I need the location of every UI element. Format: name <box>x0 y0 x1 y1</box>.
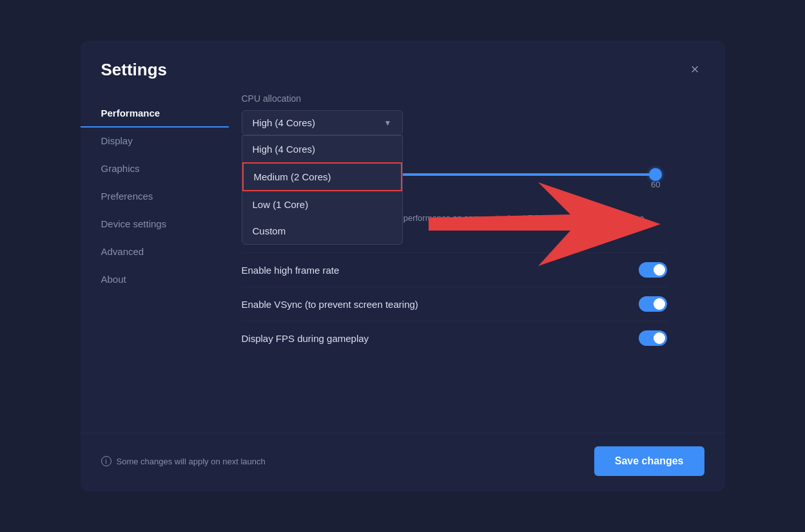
slider-thumb[interactable] <box>649 168 662 181</box>
toggle-switch-high-frame-rate[interactable] <box>639 262 667 278</box>
sidebar-item-preferences[interactable]: Preferences <box>81 183 229 211</box>
toggle-rows-container: Enable high frame rateEnable VSync (to p… <box>242 252 699 355</box>
content-area: CPU allocation High (4 Cores) ▼ High (4 … <box>229 93 725 433</box>
slider-max: 60 <box>651 180 660 189</box>
cpu-allocation-label: CPU allocation <box>242 93 699 104</box>
cpu-dropdown-menu: High (4 Cores)Medium (2 Cores)Low (1 Cor… <box>242 135 403 245</box>
sidebar-item-display[interactable]: Display <box>81 128 229 155</box>
dropdown-arrow-icon: ▼ <box>384 119 392 128</box>
save-changes-button[interactable]: Save changes <box>594 446 704 476</box>
close-button[interactable]: × <box>686 59 704 81</box>
toggle-switch-vsync[interactable] <box>639 296 667 312</box>
cpu-select-wrapper: High (4 Cores) ▼ High (4 Cores)Medium (2… <box>242 110 403 135</box>
dropdown-item-high[interactable]: High (4 Cores) <box>242 136 402 162</box>
info-icon: i <box>101 456 112 466</box>
selected-option-label: High (4 Cores) <box>253 117 316 128</box>
toggle-row-vsync: Enable VSync (to prevent screen tearing) <box>242 287 667 321</box>
dialog-body: PerformanceDisplayGraphicsPreferencesDev… <box>81 81 725 433</box>
dialog-footer: i Some changes will apply on next launch… <box>81 433 725 491</box>
dialog-title: Settings <box>101 60 168 80</box>
sidebar-item-about[interactable]: About <box>81 266 229 294</box>
toggle-row-display-fps: Display FPS during gameplay <box>242 321 667 355</box>
sidebar-item-graphics[interactable]: Graphics <box>81 155 229 183</box>
toggle-label-vsync: Enable VSync (to prevent screen tearing) <box>242 299 418 310</box>
dropdown-item-low[interactable]: Low (1 Core) <box>242 191 402 218</box>
dialog-header: Settings × <box>81 41 725 81</box>
dropdown-item-custom[interactable]: Custom <box>242 218 402 244</box>
toggle-label-high-frame-rate: Enable high frame rate <box>242 265 340 276</box>
footer-note-text: Some changes will apply on next launch <box>117 457 266 466</box>
sidebar-item-performance[interactable]: Performance <box>81 100 229 128</box>
toggle-switch-display-fps[interactable] <box>639 330 667 346</box>
toggle-row-high-frame-rate: Enable high frame rate <box>242 252 667 287</box>
sidebar-item-advanced[interactable]: Advanced <box>81 238 229 266</box>
cpu-select-display[interactable]: High (4 Cores) ▼ <box>242 110 403 135</box>
dropdown-item-medium[interactable]: Medium (2 Cores) <box>242 162 402 191</box>
sidebar: PerformanceDisplayGraphicsPreferencesDev… <box>81 93 229 433</box>
footer-note: i Some changes will apply on next launch <box>101 456 266 466</box>
toggle-label-display-fps: Display FPS during gameplay <box>242 333 369 344</box>
sidebar-item-device-settings[interactable]: Device settings <box>81 211 229 238</box>
settings-dialog: Settings × PerformanceDisplayGraphicsPre… <box>81 41 725 491</box>
